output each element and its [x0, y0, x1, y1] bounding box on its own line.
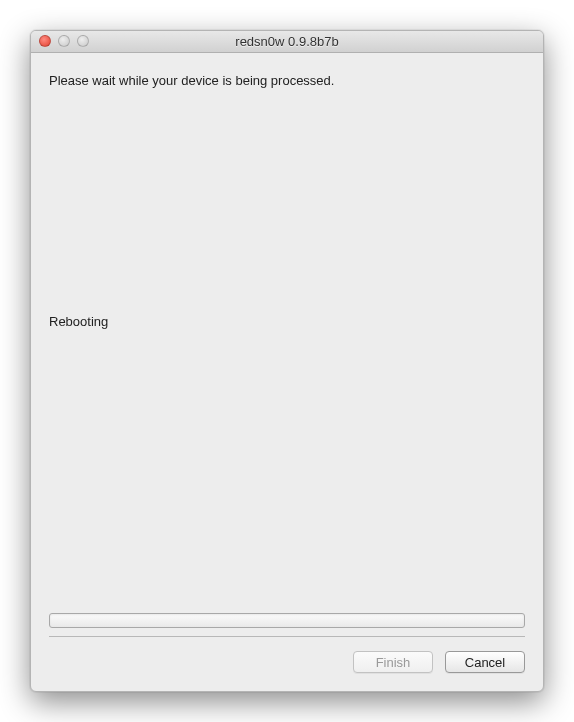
app-window: redsn0w 0.9.8b7b Please wait while your … — [30, 30, 544, 692]
button-row: Finish Cancel — [31, 651, 543, 691]
minimize-icon — [58, 35, 70, 47]
content-area: Please wait while your device is being p… — [31, 53, 543, 651]
titlebar: redsn0w 0.9.8b7b — [31, 31, 543, 53]
progress-bar — [49, 613, 525, 628]
zoom-icon — [77, 35, 89, 47]
instruction-text: Please wait while your device is being p… — [49, 73, 525, 88]
traffic-lights — [39, 35, 89, 47]
cancel-button[interactable]: Cancel — [445, 651, 525, 673]
finish-button: Finish — [353, 651, 433, 673]
window-title: redsn0w 0.9.8b7b — [235, 34, 338, 49]
close-icon[interactable] — [39, 35, 51, 47]
status-text: Rebooting — [49, 314, 525, 329]
divider — [49, 636, 525, 637]
